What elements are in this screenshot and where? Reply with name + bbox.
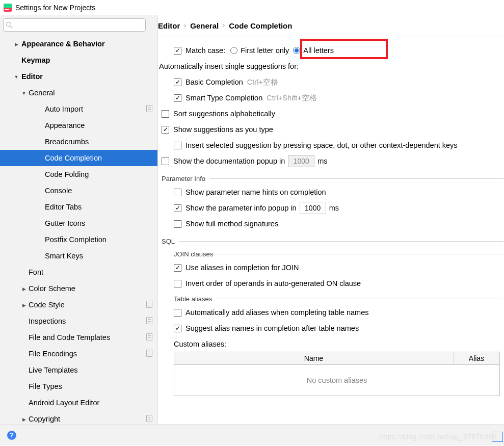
sidebar-item-file-and-code-templates[interactable]: File and Code Templates xyxy=(0,329,157,346)
per-project-icon xyxy=(146,333,152,342)
sidebar-item-label: Android Layout Editor xyxy=(29,399,157,407)
show-as-you-type-checkbox[interactable]: Show suggestions as you type xyxy=(162,125,273,134)
auto-add-aliases-checkbox[interactable]: Automatically add aliases when completin… xyxy=(174,308,368,317)
svg-rect-1 xyxy=(4,4,12,8)
sidebar-item-breadcrumbs[interactable]: Breadcrumbs xyxy=(0,134,157,150)
breadcrumb: Editor › General › Code Completion xyxy=(158,15,504,36)
sidebar-item-label: Code Folding xyxy=(45,170,157,178)
per-project-icon xyxy=(146,301,152,309)
sidebar-item-file-encodings[interactable]: File Encodings xyxy=(0,346,157,362)
chevron-right-icon[interactable] xyxy=(19,302,29,308)
main-panel: Editor › General › Code Completion Match… xyxy=(158,15,504,424)
custom-aliases-table[interactable]: Name Alias No custom aliases xyxy=(174,352,500,396)
chevron-right-icon[interactable] xyxy=(11,41,21,47)
all-letters-radio[interactable]: All letters xyxy=(293,46,334,55)
table-col-name[interactable]: Name xyxy=(174,352,454,364)
basic-completion-checkbox[interactable]: Basic Completion xyxy=(174,78,243,86)
breadcrumb-general[interactable]: General xyxy=(190,21,219,30)
help-button[interactable]: ? xyxy=(7,431,16,440)
sidebar-item-label: Editor Tabs xyxy=(45,203,157,211)
sidebar-item-smart-keys[interactable]: Smart Keys xyxy=(0,248,157,264)
sidebar-item-keymap[interactable]: Keymap xyxy=(0,52,157,68)
sidebar-item-label: Appearance xyxy=(45,121,157,129)
match-case-checkbox[interactable]: Match case: xyxy=(174,46,225,55)
sidebar-item-label: Font xyxy=(29,268,157,276)
sidebar-item-label: Gutter Icons xyxy=(45,219,157,227)
use-aliases-join-checkbox[interactable]: Use aliases in completion for JOIN xyxy=(174,264,299,272)
sidebar-item-label: File and Code Templates xyxy=(29,333,146,342)
sidebar-item-label: Editor xyxy=(21,72,157,81)
footer: ? xyxy=(0,424,504,445)
sidebar-item-label: File Encodings xyxy=(29,350,146,358)
sidebar-item-label: Smart Keys xyxy=(45,252,157,260)
window-title: Settings for New Projects xyxy=(15,4,95,12)
parameter-info-section: Parameter Info xyxy=(162,175,503,182)
sidebar-item-live-templates[interactable]: Live Templates xyxy=(0,362,157,378)
breadcrumb-code-completion[interactable]: Code Completion xyxy=(229,21,292,30)
sidebar-item-font[interactable]: Font xyxy=(0,264,157,280)
per-project-icon xyxy=(146,105,152,114)
smart-completion-checkbox[interactable]: Smart Type Completion xyxy=(174,94,262,102)
chevron-right-icon[interactable] xyxy=(19,416,29,422)
show-doc-popup-checkbox[interactable]: Show the documentation popup in xyxy=(162,157,285,165)
chevron-down-icon[interactable] xyxy=(19,90,29,96)
sidebar-item-gutter-icons[interactable]: Gutter Icons xyxy=(0,215,157,231)
sidebar-item-editor[interactable]: Editor xyxy=(0,68,157,85)
sort-alpha-checkbox[interactable]: Sort suggestions alphabetically xyxy=(162,110,275,118)
first-letter-radio[interactable]: First letter only xyxy=(230,46,289,55)
sidebar-item-label: Inspections xyxy=(29,317,146,325)
sidebar-item-postfix-completion[interactable]: Postfix Completion xyxy=(0,231,157,248)
breadcrumb-editor[interactable]: Editor xyxy=(158,21,180,30)
sidebar-item-label: Code Completion xyxy=(45,154,157,162)
sidebar-item-code-style[interactable]: Code Style xyxy=(0,297,157,313)
sidebar-item-label: Console xyxy=(45,187,157,195)
sidebar-item-appearance-behavior[interactable]: Appearance & Behavior xyxy=(0,36,157,52)
invert-on-checkbox[interactable]: Invert order of operands in auto-generat… xyxy=(174,279,361,287)
chevron-down-icon[interactable] xyxy=(11,73,21,80)
doc-popup-delay-input[interactable] xyxy=(288,155,314,167)
title-bar: Settings for New Projects xyxy=(0,0,504,15)
insert-selected-checkbox[interactable]: Insert selected suggestion by pressing s… xyxy=(174,141,458,149)
sidebar-item-editor-tabs[interactable]: Editor Tabs xyxy=(0,199,157,215)
sidebar-item-file-types[interactable]: File Types xyxy=(0,378,157,395)
show-full-sig-checkbox[interactable]: Show full method signatures xyxy=(174,220,278,228)
auto-insert-heading: Automatically insert single suggestions … xyxy=(159,60,503,73)
sidebar-item-label: Auto Import xyxy=(45,105,146,113)
svg-rect-2 xyxy=(5,9,9,10)
sidebar-item-label: Appearance & Behavior xyxy=(21,40,157,48)
sidebar-item-inspections[interactable]: Inspections xyxy=(0,313,157,329)
sidebar-item-general[interactable]: General xyxy=(0,85,157,101)
search-input[interactable] xyxy=(14,21,143,30)
sidebar-item-auto-import[interactable]: Auto Import xyxy=(0,101,157,117)
sidebar-item-code-completion[interactable]: Code Completion xyxy=(0,150,157,166)
sidebar: Appearance & BehaviorKeymapEditorGeneral… xyxy=(0,15,158,424)
suggest-alias-checkbox[interactable]: Suggest alias names in completion after … xyxy=(174,324,359,332)
sidebar-item-android-layout-editor[interactable]: Android Layout Editor xyxy=(0,395,157,411)
sql-section: SQL xyxy=(162,238,503,245)
app-logo-icon xyxy=(3,3,12,12)
table-col-alias[interactable]: Alias xyxy=(454,352,499,364)
join-clauses-section: JOIN clauses xyxy=(174,250,503,258)
sidebar-item-appearance[interactable]: Appearance xyxy=(0,117,157,134)
svg-line-4 xyxy=(11,27,13,29)
show-param-hints-checkbox[interactable]: Show parameter name hints on completion xyxy=(174,188,326,196)
chevron-right-icon[interactable] xyxy=(19,285,29,292)
watermark-focus-box xyxy=(492,432,503,442)
table-empty-text: No custom aliases xyxy=(174,365,499,396)
show-param-popup-checkbox[interactable]: Show the parameter info popup in xyxy=(174,204,297,212)
sidebar-item-label: Live Templates xyxy=(29,366,157,374)
sidebar-item-label: Code Style xyxy=(29,301,146,309)
param-popup-delay-input[interactable] xyxy=(300,202,326,214)
sidebar-item-label: Copyright xyxy=(29,415,146,423)
table-aliases-section: Table aliases xyxy=(174,295,503,303)
svg-point-3 xyxy=(7,22,11,27)
sidebar-item-label: Keymap xyxy=(21,56,157,64)
sidebar-item-copyright[interactable]: Copyright xyxy=(0,411,157,427)
per-project-icon xyxy=(146,317,152,326)
smart-completion-shortcut: Ctrl+Shift+空格 xyxy=(267,93,317,103)
per-project-icon xyxy=(146,415,152,424)
sidebar-item-color-scheme[interactable]: Color Scheme xyxy=(0,280,157,297)
search-input-wrap[interactable] xyxy=(3,18,146,32)
sidebar-item-console[interactable]: Console xyxy=(0,182,157,199)
sidebar-item-code-folding[interactable]: Code Folding xyxy=(0,166,157,182)
